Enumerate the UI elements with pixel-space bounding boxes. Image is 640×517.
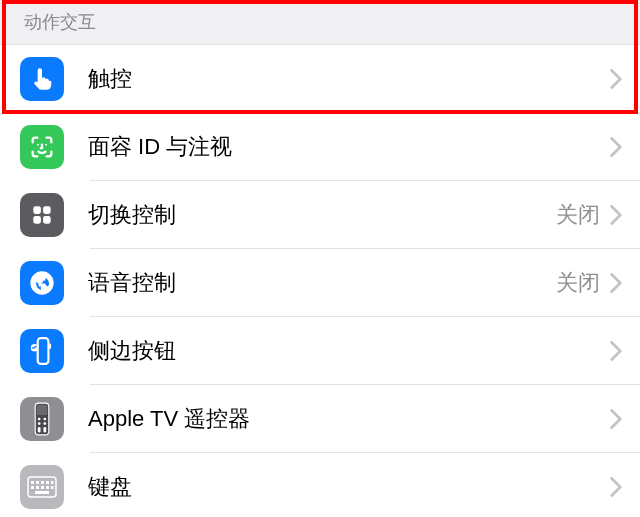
svg-point-11 <box>38 418 41 421</box>
touch-icon <box>20 57 64 101</box>
chevron-right-icon <box>610 409 622 429</box>
row-label: 面容 ID 与注视 <box>88 132 600 162</box>
side-button-icon <box>20 329 64 373</box>
svg-rect-21 <box>46 481 49 484</box>
section-title: 动作交互 <box>24 12 96 32</box>
svg-rect-19 <box>36 481 39 484</box>
row-label: 侧边按钮 <box>88 336 600 366</box>
switch-control-icon <box>20 193 64 237</box>
svg-rect-2 <box>33 206 41 214</box>
row-touch[interactable]: 触控 <box>0 45 640 113</box>
settings-list: 触控 面容 ID 与注视 切换控制 关闭 语音控 <box>0 45 640 517</box>
chevron-right-icon <box>610 477 622 497</box>
svg-point-13 <box>38 422 41 425</box>
svg-rect-10 <box>37 405 47 415</box>
row-label: 触控 <box>88 64 600 94</box>
chevron-right-icon <box>610 205 622 225</box>
row-faceid[interactable]: 面容 ID 与注视 <box>0 113 640 181</box>
svg-rect-27 <box>51 486 54 489</box>
row-keyboard[interactable]: 键盘 <box>0 453 640 517</box>
svg-point-12 <box>43 418 46 421</box>
row-voice-control[interactable]: 语音控制 关闭 <box>0 249 640 317</box>
svg-rect-18 <box>31 481 34 484</box>
svg-point-1 <box>45 144 47 146</box>
svg-rect-16 <box>43 427 46 433</box>
svg-rect-6 <box>38 338 49 364</box>
chevron-right-icon <box>610 137 622 157</box>
row-detail: 关闭 <box>556 268 600 298</box>
section-header: 动作交互 <box>0 0 640 45</box>
svg-rect-20 <box>41 481 44 484</box>
svg-rect-5 <box>43 216 51 224</box>
chevron-right-icon <box>610 273 622 293</box>
svg-rect-24 <box>36 486 39 489</box>
svg-rect-15 <box>38 427 41 433</box>
faceid-icon <box>20 125 64 169</box>
svg-rect-4 <box>33 216 41 224</box>
row-side-button[interactable]: 侧边按钮 <box>0 317 640 385</box>
row-label: 语音控制 <box>88 268 556 298</box>
svg-rect-28 <box>35 491 49 494</box>
chevron-right-icon <box>610 341 622 361</box>
svg-rect-22 <box>51 481 54 484</box>
row-appletv-remote[interactable]: Apple TV 遥控器 <box>0 385 640 453</box>
chevron-right-icon <box>610 69 622 89</box>
svg-point-14 <box>43 422 46 425</box>
row-label: 切换控制 <box>88 200 556 230</box>
voice-control-icon <box>20 261 64 305</box>
svg-rect-25 <box>41 486 44 489</box>
svg-rect-23 <box>31 486 34 489</box>
row-detail: 关闭 <box>556 200 600 230</box>
row-switch-control[interactable]: 切换控制 关闭 <box>0 181 640 249</box>
appletv-remote-icon <box>20 397 64 441</box>
svg-rect-3 <box>43 206 51 214</box>
row-label: 键盘 <box>88 472 600 502</box>
svg-point-0 <box>37 144 39 146</box>
svg-rect-26 <box>46 486 49 489</box>
svg-rect-8 <box>49 344 51 349</box>
row-label: Apple TV 遥控器 <box>88 404 600 434</box>
keyboard-icon <box>20 465 64 509</box>
